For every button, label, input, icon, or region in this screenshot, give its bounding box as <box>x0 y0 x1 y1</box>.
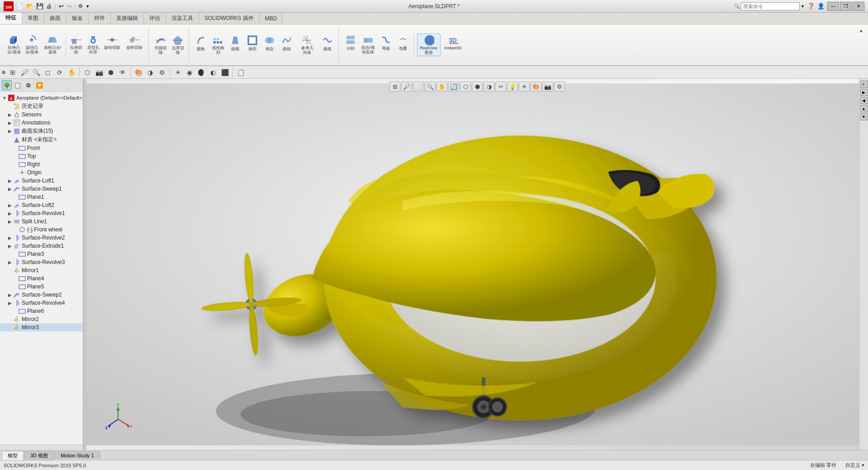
tree-item-plane4[interactable]: Plane4 <box>0 274 83 283</box>
zoom-in-button[interactable]: 🔍 <box>31 67 42 77</box>
extrude-cut-button[interactable]: 拉伸切除 <box>68 34 84 56</box>
tab-feature[interactable]: 特征 <box>0 13 22 24</box>
tree-item-surface-sweep1[interactable]: ▶ Surface-Sweep1 <box>0 185 83 193</box>
tab-sheetmetal[interactable]: 钣金 <box>66 13 89 24</box>
tree-item-surface-loft2[interactable]: ▶ Surface-Loft2 <box>0 201 83 209</box>
quick-access-options[interactable]: ⚙ <box>78 3 83 9</box>
vp-lights[interactable]: 💡 <box>507 82 518 91</box>
hide-show-button[interactable]: 👁 <box>117 67 128 77</box>
tab-sketch[interactable]: 草图 <box>22 13 44 24</box>
realview-toggle[interactable]: ◉ <box>184 67 195 77</box>
search-area[interactable]: 🔍 ▼ <box>734 2 805 10</box>
loft-boss-button[interactable]: 放样凸台/基体 <box>41 34 64 56</box>
zoom-area-button[interactable]: ◻ <box>43 67 53 77</box>
linear-pattern-button[interactable]: 线性阵列 <box>210 34 226 56</box>
split-button[interactable]: 分割 <box>342 34 359 57</box>
tree-item-top[interactable]: Top <box>0 152 83 160</box>
combine-move-button[interactable]: 组合/移动实体 <box>360 34 377 57</box>
property-manager-button[interactable]: 📋 <box>13 80 23 90</box>
flex-button[interactable]: 弯曲 <box>378 34 394 57</box>
tab-motion-study[interactable]: Motion Study 1 <box>55 451 100 459</box>
quick-access-undo[interactable]: ↩ <box>59 3 64 10</box>
curves-button[interactable]: 曲线 <box>279 34 295 56</box>
status-customize[interactable]: 自定义 ▾ <box>845 462 864 469</box>
tree-item-split-line1[interactable]: ▶ Split Line1 <box>0 217 83 225</box>
tree-item-right[interactable]: Right <box>0 160 83 168</box>
vp-display[interactable]: 🎨 <box>531 82 541 91</box>
tree-item-origin[interactable]: Origin <box>0 168 83 177</box>
config-manager-button[interactable]: ⚙ <box>24 80 33 90</box>
tab-surface[interactable]: 曲面 <box>44 13 66 24</box>
ref-geometry-button[interactable]: 参考几何体 <box>296 34 318 56</box>
tree-item-material[interactable]: 材质 <未指定> <box>0 135 83 144</box>
restore-button[interactable]: ❐ <box>840 2 852 11</box>
help-icon[interactable]: ❓ <box>807 3 815 10</box>
curves2-button[interactable]: 曲线 <box>319 34 336 56</box>
tree-item-plane3[interactable]: Plane3 <box>0 250 83 258</box>
vp-section[interactable]: ✂ <box>495 82 506 91</box>
display-manager-button[interactable]: 📋 <box>235 67 246 77</box>
filter-button[interactable]: 🔽 <box>34 80 44 90</box>
vp-zoom-magnify[interactable]: 🔍 <box>425 82 436 91</box>
tree-item-front-wheel[interactable]: (-) Front wheel <box>0 225 83 234</box>
vp-rotate[interactable]: 🔄 <box>448 82 459 91</box>
edit-appearance-button[interactable]: 🎨 <box>133 67 144 77</box>
quick-access-print[interactable]: 🖨 <box>46 3 52 10</box>
tree-item-surface-loft1[interactable]: ▶ Surface-Loft1 <box>0 177 83 185</box>
rotate-view-button[interactable]: ⟳ <box>54 67 65 77</box>
camera-button[interactable]: 📷 <box>94 67 104 77</box>
tab-model[interactable]: 模型 <box>2 451 24 460</box>
apply-scene-button[interactable]: ☀ <box>172 67 183 77</box>
tree-root[interactable]: ▼ A Aeroplane (Default<<Default>_Ph <box>0 94 83 102</box>
boundary-cut-button[interactable]: 边界切除 <box>170 34 186 56</box>
display-style-button[interactable]: ⬢ <box>105 67 116 77</box>
tab-evaluate[interactable]: 评估 <box>144 13 166 24</box>
tab-sw-plugins[interactable]: SOLIDWORKS 插件 <box>199 13 260 24</box>
view-orientation-button[interactable]: ⊞ <box>7 67 18 77</box>
tree-item-plane5[interactable]: Plane5 <box>0 283 83 291</box>
section-view-button[interactable]: ⬡ <box>82 67 93 77</box>
tree-item-surface-revolve4[interactable]: ▶ Surface-Revolve4 <box>0 299 83 307</box>
tree-item-plane6[interactable]: Plane6 <box>0 307 83 315</box>
tree-item-mirror2[interactable]: Mirror2 <box>0 315 83 323</box>
quick-access-redo[interactable]: ↪ <box>66 3 71 10</box>
quick-access-save[interactable]: 💾 <box>36 3 43 10</box>
tab-mbd[interactable]: MBD <box>260 13 283 24</box>
perspective-toggle[interactable]: ⬛ <box>219 67 230 77</box>
tree-item-solid-bodies[interactable]: ▶ 曲面实体(15) <box>0 127 83 135</box>
ambient-occlusion[interactable]: ◐ <box>208 67 218 77</box>
tree-item-surface-sweep2[interactable]: ▶ Surface-Sweep2 <box>0 291 83 299</box>
right-panel-btn2[interactable]: ◀ <box>860 97 868 104</box>
search-input[interactable] <box>741 2 800 10</box>
feature-tree-button[interactable]: 🌳 <box>2 80 12 90</box>
tree-item-plane1[interactable]: Plane1 <box>0 193 83 201</box>
zoom-to-fit-button[interactable]: 🔎 <box>19 67 30 77</box>
vp-zoom-fit[interactable]: 🔎 <box>401 82 412 91</box>
vp-scene[interactable]: ☀ <box>519 82 530 91</box>
tab-3d-view[interactable]: 3D 视图 <box>24 451 54 460</box>
fillet-button[interactable]: 圆角 <box>193 34 209 56</box>
intersect-button[interactable]: 相交 <box>261 34 278 56</box>
tab-render[interactable]: 渲染工具 <box>166 13 199 24</box>
revolve-boss-button[interactable]: 旋转凸台/基体 <box>24 34 41 56</box>
tab-direct-edit[interactable]: 直接编辑 <box>111 13 144 24</box>
right-panel-btn4[interactable]: ▼ <box>860 113 868 120</box>
sidebar-scrollbar[interactable] <box>0 445 83 450</box>
scenes-button[interactable]: ◑ <box>145 67 156 77</box>
pan-view-button[interactable]: ✋ <box>66 67 77 77</box>
vp-settings[interactable]: ⚙ <box>554 82 565 91</box>
tree-item-front[interactable]: Front <box>0 144 83 152</box>
vp-zoom-box[interactable]: ⬜ <box>413 82 424 91</box>
view-cube-f[interactable]: F <box>860 81 868 88</box>
search-dropdown[interactable]: ▼ <box>801 4 805 9</box>
tree-item-surface-revolve3[interactable]: ▶ Surface-Revolve3 <box>0 258 83 266</box>
quick-access-new[interactable]: 📄 <box>16 3 24 10</box>
3d-viewport[interactable]: ⊞ 🔎 ⬜ 🔍 ✋ 🔄 ⬡ ⬢ ◑ ✂ 💡 ☀ 🎨 📷 ⚙ x <box>86 79 868 450</box>
vp-pan[interactable]: ✋ <box>436 82 447 91</box>
instant3d-button[interactable]: 3D Instant3D <box>441 34 465 57</box>
tree-item-mirror3[interactable]: Mirror3 <box>0 323 83 331</box>
tree-item-annotations[interactable]: ▶ Annotations <box>0 119 83 127</box>
draft-button[interactable]: 拔模 <box>227 34 243 56</box>
right-panel-btn1[interactable]: ▶ <box>860 89 868 96</box>
revolve-cut-button[interactable]: 旋转切除 <box>102 34 122 56</box>
